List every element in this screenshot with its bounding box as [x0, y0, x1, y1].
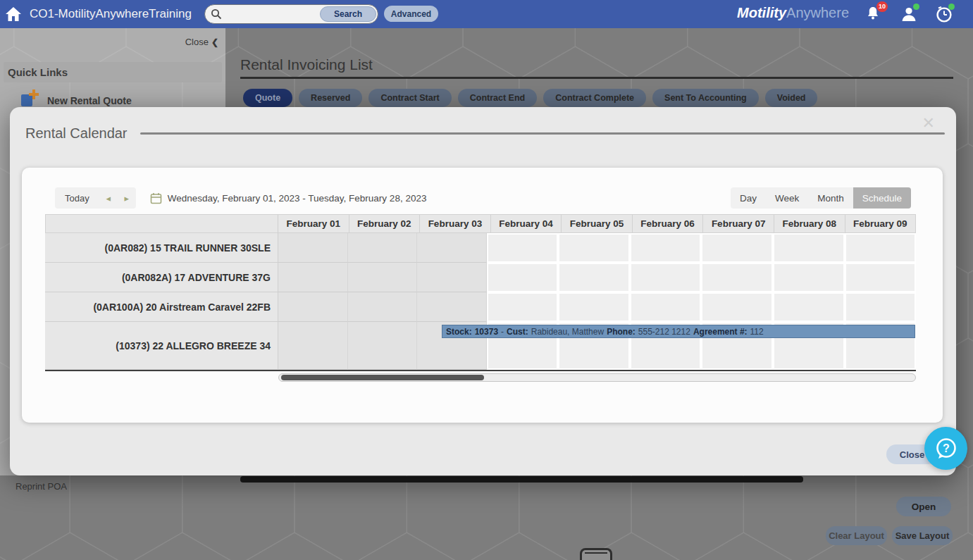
scheduler-scrollbar-thumb[interactable] — [281, 375, 484, 380]
calendar-cell[interactable] — [773, 233, 845, 263]
brand-logo: MotilityAnywhere — [737, 5, 849, 21]
view-week-button[interactable]: Week — [766, 187, 808, 209]
new-rental-quote-label: New Rental Quote — [47, 95, 132, 106]
calendar-cell[interactable] — [278, 322, 348, 370]
calendar-cell[interactable] — [278, 263, 348, 292]
status-tabs: QuoteReservedContract StartContract EndC… — [243, 89, 817, 107]
calendar-icon — [150, 192, 162, 204]
modal-title-rule — [140, 132, 945, 135]
tab-contract-start[interactable]: Contract Start — [368, 89, 451, 107]
brand-light: Anywhere — [786, 5, 849, 20]
calendar-cell[interactable] — [630, 233, 702, 263]
advanced-search-button[interactable]: Advanced — [384, 6, 438, 22]
scheduler-row: (0AR082) 15 TRAIL RUNNER 30SLE — [45, 233, 916, 263]
help-button[interactable]: ? — [924, 427, 967, 470]
calendar-cell[interactable] — [487, 233, 559, 263]
day-header: February 08 — [774, 214, 845, 233]
event-agreement-value: 112 — [750, 327, 764, 337]
modal-title-row: Rental Calendar — [25, 125, 945, 142]
calendar-cell[interactable] — [558, 233, 630, 263]
event-separator: - — [501, 327, 504, 337]
calendar-cell[interactable] — [773, 292, 845, 322]
calendar-cell[interactable] — [417, 292, 487, 322]
view-switcher: DayWeekMonthSchedule — [731, 187, 911, 209]
calendar-cell[interactable] — [348, 263, 418, 292]
resource-column-header — [45, 214, 278, 233]
scheduler-table: February 01February 02February 03Februar… — [45, 214, 916, 371]
sidebar-item-new-rental-quote[interactable]: New Rental Quote — [21, 93, 132, 108]
help-question-icon: ? — [933, 435, 960, 462]
calendar-cell[interactable] — [348, 322, 418, 370]
tab-voided[interactable]: Voided — [765, 89, 818, 107]
clear-layout-button[interactable]: Clear Layout — [826, 526, 887, 545]
calendar-cell[interactable] — [701, 263, 773, 292]
open-button[interactable]: Open — [896, 497, 951, 516]
calendar-cell[interactable] — [845, 233, 917, 263]
sidebar-close-label: Close — [185, 37, 209, 47]
notifications-button[interactable]: 10 — [864, 5, 883, 23]
close-icon[interactable]: ✕ — [922, 116, 935, 131]
search-bar: Search — [204, 4, 378, 24]
calendar-cell[interactable] — [630, 292, 702, 322]
day-header: February 09 — [845, 214, 917, 233]
rental-event-bar[interactable]: Stock: 10373 - Cust: Rabideau, Matthew P… — [442, 325, 915, 338]
tab-reserved[interactable]: Reserved — [299, 89, 362, 107]
notification-badge: 10 — [876, 1, 888, 12]
view-day-button[interactable]: Day — [731, 187, 766, 209]
user-menu-button[interactable] — [900, 5, 918, 23]
calendar-cell[interactable] — [845, 292, 917, 322]
brand-bold: Motility — [737, 5, 786, 20]
calendar-cell[interactable] — [558, 263, 630, 292]
calendar-cell[interactable] — [630, 263, 702, 292]
calendar-cell[interactable] — [417, 233, 487, 263]
tab-contract-complete[interactable]: Contract Complete — [543, 89, 646, 107]
sidebar-item-reprint-poa[interactable]: Reprint POA — [16, 481, 67, 492]
today-button[interactable]: Today — [55, 187, 99, 209]
view-schedule-button[interactable]: Schedule — [853, 187, 911, 209]
scheduler-row: (0AR082A) 17 ADVENTURE 37G — [45, 263, 916, 292]
home-button[interactable] — [0, 0, 27, 28]
tab-quote[interactable]: Quote — [243, 89, 292, 107]
day-header: February 05 — [562, 214, 633, 233]
event-agreement-label: Agreement #: — [693, 327, 748, 337]
chevron-left-icon: ❮ — [211, 37, 218, 47]
day-header: February 01 — [278, 214, 349, 233]
event-stock-label: Stock: — [446, 327, 472, 337]
prev-arrow-button[interactable]: ◂ — [99, 187, 118, 209]
day-header: February 06 — [633, 214, 704, 233]
calendar-cell[interactable] — [773, 263, 845, 292]
search-button[interactable]: Search — [320, 6, 376, 22]
quick-links-header: Quick Links — [4, 62, 222, 82]
tab-sent-to-accounting[interactable]: Sent To Accounting — [652, 89, 759, 107]
calendar-cell[interactable] — [845, 263, 917, 292]
calendar-cell[interactable] — [348, 292, 418, 322]
calendar-cell[interactable] — [558, 292, 630, 322]
calendar-cell[interactable] — [701, 292, 773, 322]
event-phone-label: Phone: — [607, 327, 636, 337]
calendar-cell[interactable] — [278, 292, 348, 322]
scheduler-body: (0AR082) 15 TRAIL RUNNER 30SLE(0AR082A) … — [45, 233, 916, 370]
calendar-cell[interactable] — [417, 263, 487, 292]
sidebar-close-button[interactable]: Close❮ — [185, 37, 218, 47]
view-month-button[interactable]: Month — [808, 187, 853, 209]
save-layout-button[interactable]: Save Layout — [892, 526, 953, 545]
calendar-cell[interactable] — [278, 233, 348, 263]
calendar-cell[interactable] — [348, 233, 418, 263]
calendar-cell[interactable] — [701, 233, 773, 263]
clock-status-dot — [948, 4, 955, 10]
tab-contract-end[interactable]: Contract End — [458, 89, 537, 107]
modal-title: Rental Calendar — [25, 125, 128, 142]
scheduler-header-row: February 01February 02February 03Februar… — [45, 214, 916, 233]
day-header: February 07 — [703, 214, 774, 233]
event-cust-value: Rabideau, Matthew — [531, 327, 604, 337]
calendar-cell[interactable] — [487, 263, 559, 292]
scheduler-horizontal-scrollbar[interactable] — [278, 373, 916, 382]
next-arrow-button[interactable]: ▸ — [118, 187, 136, 209]
calendar-cell[interactable] — [487, 292, 559, 322]
calendar-card: Today ◂ ▸ Wednesday, February 01, 2023 -… — [22, 168, 943, 423]
time-clock-button[interactable] — [935, 5, 953, 23]
date-range-label: Wednesday, February 01, 2023 - Tuesday, … — [168, 193, 427, 204]
day-header: February 04 — [491, 214, 562, 233]
resource-label: (0AR082) 15 TRAIL RUNNER 30SLE — [45, 233, 278, 263]
list-horizontal-scrollbar[interactable] — [240, 476, 803, 483]
